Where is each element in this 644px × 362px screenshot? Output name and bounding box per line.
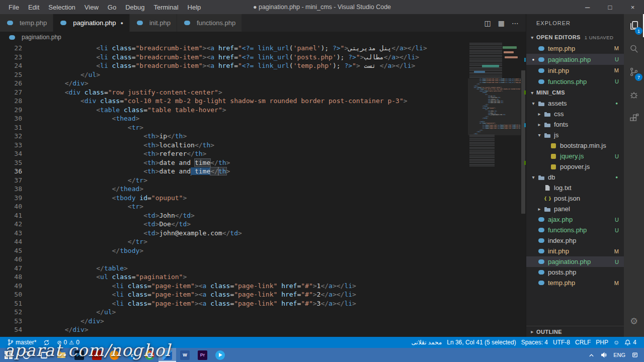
extensions-activity-icon[interactable] [624, 107, 644, 130]
code-line-46[interactable] [33, 255, 468, 264]
taskbar-vscode-button[interactable] [158, 348, 176, 362]
editor-layout-icon[interactable]: ▦ [498, 19, 505, 27]
outline-header[interactable]: ▸ OUTLINE [526, 326, 624, 337]
code-line-42[interactable]: <td>Doe</td> [33, 220, 468, 229]
taskbar-photoshop-button[interactable]: Ps [70, 348, 88, 362]
tree-item-log.txt[interactable]: log.txt [526, 183, 624, 193]
taskbar-acrobat-button[interactable]: A [88, 348, 106, 362]
sync-status[interactable] [41, 337, 52, 348]
code-line-50[interactable]: <li class="page-item"><a class="page-lin… [33, 290, 468, 299]
editor-scrollbar[interactable] [521, 43, 526, 337]
code-editor[interactable]: 2223242526272829303132333435363738394041… [0, 43, 526, 337]
tree-item-assets[interactable]: ▾assets● [526, 98, 624, 109]
close-button[interactable]: × [621, 0, 644, 14]
menu-item-debug[interactable]: Debug [121, 0, 149, 14]
cursor-position-status[interactable]: Ln 36, Col 41 (5 selected) [444, 337, 518, 348]
breadcrumb-file[interactable]: pagination.php [22, 34, 61, 41]
open-editor-temp.php[interactable]: temp.phpM [526, 43, 624, 54]
tree-item-panel[interactable]: ▸panel [526, 204, 624, 214]
code-line-26[interactable]: </div> [33, 79, 468, 88]
code-line-51[interactable]: <li class="page-item"><a class="page-lin… [33, 299, 468, 308]
taskbar-chrome-button[interactable] [141, 348, 158, 362]
code-line-36[interactable]: <th>date and time</th> [33, 167, 468, 176]
tree-item-popover.js[interactable]: popover.js [526, 161, 624, 172]
code-line-49[interactable]: <li class="page-item"><a class="page-lin… [33, 282, 468, 291]
code-line-30[interactable]: <thead> [33, 114, 468, 123]
taskbar-edge-button[interactable]: e [123, 348, 141, 362]
taskbar-explorer-button[interactable] [53, 348, 70, 362]
code-line-47[interactable]: </table> [33, 264, 468, 273]
eol-status[interactable]: CRLF [573, 337, 593, 348]
tree-item-functions.php[interactable]: functions.phpU [526, 225, 624, 235]
notification-center-icon[interactable] [632, 352, 638, 358]
code-line-28[interactable]: <div class="col-10 mt-2 mb-2 bg-light sh… [33, 97, 468, 106]
menu-item-go[interactable]: Go [103, 0, 121, 14]
tree-item-jquery.js[interactable]: jquery.jsU [526, 151, 624, 161]
code-line-45[interactable]: </tbody> [33, 246, 468, 255]
code-line-32[interactable]: <th>ip</th> [33, 132, 468, 141]
open-editor-init.php[interactable]: init.phpM [526, 65, 624, 76]
open-editor-functions.php[interactable]: functions.phpU [526, 76, 624, 87]
tab-functions.php[interactable]: functions.php [177, 14, 242, 32]
tab-init.php[interactable]: init.php [130, 14, 177, 32]
code-line-23[interactable]: <li class="breadcrumb-item"><a href="<?=… [33, 53, 468, 62]
tab-pagination.php[interactable]: pagination.php● [53, 14, 130, 32]
maximize-button[interactable]: □ [599, 0, 621, 14]
minimap[interactable]: <li class="breadcrumb-item"><a href="<?=… [468, 43, 521, 337]
code-line-38[interactable]: </thead> [33, 185, 468, 194]
minimize-button[interactable]: ─ [576, 0, 599, 14]
code-line-24[interactable]: <li class="breadcrumb-item"><a href="<?=… [33, 61, 468, 70]
open-editor-pagination.php[interactable]: ●pagination.phpU [526, 54, 624, 65]
code-line-34[interactable]: <th>referer</th> [33, 149, 468, 158]
code-line-35[interactable]: <th>date and time</th> [33, 158, 468, 167]
indentation-status[interactable]: Spaces: 4 [519, 337, 550, 348]
tree-item-init.php[interactable]: init.phpM [526, 246, 624, 256]
dirty-indicator[interactable]: ● [121, 21, 123, 26]
code-line-52[interactable]: </ul> [33, 308, 468, 317]
language-indicator[interactable]: ENG [613, 352, 625, 358]
code-line-53[interactable]: </div> [33, 317, 468, 326]
code-line-41[interactable]: <td>John</td> [33, 211, 468, 220]
tree-item-js[interactable]: ▾js [526, 130, 624, 140]
workspace-header[interactable]: ▾ MINI_CMS [526, 87, 624, 98]
code-line-29[interactable]: <table class="table table-hover"> [33, 106, 468, 115]
code-line-37[interactable]: </tr> [33, 176, 468, 185]
tree-item-fonts[interactable]: ▸fonts [526, 119, 624, 130]
feedback-smiley-icon[interactable]: ☺ [611, 337, 622, 348]
tree-item-posts.php[interactable]: posts.php [526, 267, 624, 278]
code-line-31[interactable]: <tr> [33, 123, 468, 132]
menu-item-selection[interactable]: Selection [44, 0, 79, 14]
volume-icon[interactable] [601, 352, 607, 358]
menu-item-view[interactable]: View [80, 0, 103, 14]
code-line-48[interactable]: <ul class="pagination"> [33, 273, 468, 282]
tab-temp.php[interactable]: temp.php [0, 14, 53, 32]
code-line-39[interactable]: <tbody id="opuput"> [33, 194, 468, 203]
taskbar-word-button[interactable]: W [176, 348, 194, 362]
code-line-44[interactable]: </tr> [33, 237, 468, 246]
explorer-activity-icon[interactable]: 1 [624, 14, 644, 37]
tree-item-index.php[interactable]: index.php [526, 235, 624, 246]
hidden-icons-chevron[interactable] [589, 353, 594, 357]
menu-item-help[interactable]: Help [183, 0, 206, 14]
taskbar-taskview-button[interactable] [35, 348, 53, 362]
tree-item-bootstrap.min.js[interactable]: bootstrap.min.js [526, 140, 624, 151]
tree-item-post.json[interactable]: post.json [526, 193, 624, 204]
encoding-status[interactable]: UTF-8 [550, 337, 573, 348]
taskbar-start-button[interactable] [0, 348, 18, 362]
source-control-activity-icon[interactable]: 7 [624, 60, 644, 83]
menu-item-file[interactable]: File [4, 0, 24, 14]
tree-item-ajax.php[interactable]: ajax.phpU [526, 214, 624, 225]
debug-activity-icon[interactable] [624, 83, 644, 107]
taskbar-telegram-button[interactable] [211, 348, 229, 362]
code-line-22[interactable]: <li class="breadcrumb-item"><a href="<?=… [33, 44, 468, 53]
minimap-slider[interactable] [468, 78, 521, 135]
tree-item-db[interactable]: ▾db● [526, 172, 624, 183]
menu-item-edit[interactable]: Edit [24, 0, 44, 14]
more-actions-icon[interactable]: ⋯ [512, 19, 519, 27]
dirty-indicator[interactable]: ● [529, 57, 537, 62]
taskbar-premiere-button[interactable]: Pr [194, 348, 211, 362]
git-branch-status[interactable]: master* [5, 337, 39, 348]
code-line-40[interactable]: <tr> [33, 202, 468, 211]
problems-status[interactable]: ⊘ 0 ⚠ 0 [54, 337, 82, 348]
code-line-27[interactable]: <div class="row justify-content-center"> [33, 88, 468, 97]
